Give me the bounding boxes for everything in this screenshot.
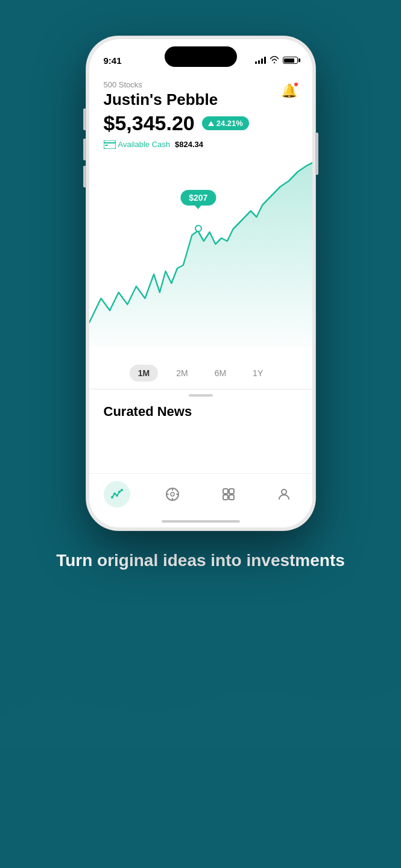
- nav-icon-dashboard: [215, 481, 242, 508]
- time-selector: 1M 2M 6M 1Y: [89, 359, 312, 389]
- portfolio-value: $5,345.20: [104, 112, 195, 135]
- cash-value: $824.34: [175, 140, 203, 149]
- battery-icon: [283, 57, 298, 64]
- grid-icon: [221, 487, 236, 502]
- signal-icon: [255, 57, 266, 64]
- svg-rect-18: [229, 495, 234, 500]
- phone-screen: 9:41: [89, 39, 312, 527]
- svg-point-4: [111, 496, 113, 498]
- bell-icon: 🔔: [281, 83, 297, 99]
- svg-rect-17: [223, 495, 228, 500]
- notification-dot: [294, 82, 298, 87]
- svg-rect-15: [223, 489, 228, 494]
- nav-icon-explore: [159, 481, 186, 508]
- time-option-1m[interactable]: 1M: [130, 365, 158, 382]
- status-icons: [255, 56, 298, 65]
- notification-button[interactable]: 🔔: [279, 80, 300, 102]
- svg-rect-16: [229, 489, 234, 494]
- nav-item-profile[interactable]: [263, 481, 305, 508]
- nav-item-explore[interactable]: [151, 481, 194, 508]
- phone-mockup: 9:41: [86, 36, 315, 530]
- svg-point-10: [171, 492, 174, 496]
- gain-badge: 24.21%: [202, 116, 249, 130]
- person-icon: [277, 487, 291, 502]
- home-indicator: [162, 520, 240, 523]
- time-option-6m[interactable]: 6M: [206, 365, 235, 382]
- news-section: Curated News: [89, 399, 312, 424]
- chart-svg: [89, 154, 312, 359]
- dynamic-island: [165, 46, 237, 67]
- cash-card-icon: Available Cash: [104, 140, 170, 149]
- cash-label: Available Cash: [118, 140, 170, 149]
- nav-icon-circle-portfolio: [104, 481, 130, 508]
- chart-container: $207: [89, 154, 312, 359]
- chart-tooltip: $207: [180, 190, 216, 206]
- svg-point-6: [116, 494, 118, 497]
- bottom-nav: [89, 473, 312, 527]
- triangle-up-icon: [208, 121, 214, 126]
- stock-count: 500 Stocks: [104, 80, 298, 89]
- svg-rect-2: [105, 145, 108, 146]
- app-content: 🔔 500 Stocks Justin's Pebble $5,345.20 2…: [89, 73, 312, 527]
- chart-dot: [195, 225, 202, 232]
- app-header: 🔔 500 Stocks Justin's Pebble $5,345.20 2…: [89, 73, 312, 154]
- time-option-1y[interactable]: 1Y: [244, 365, 271, 382]
- wifi-icon: [270, 56, 279, 65]
- news-title: Curated News: [104, 404, 192, 419]
- tagline: Turn original ideas into investments: [32, 550, 369, 571]
- chart-line-icon: [110, 488, 124, 501]
- drag-handle: [89, 389, 312, 399]
- gain-percent: 24.21%: [216, 119, 243, 128]
- bg-wave: [0, 627, 401, 747]
- phone-frame: 9:41: [86, 36, 315, 530]
- svg-point-8: [121, 489, 123, 491]
- svg-point-5: [113, 492, 116, 495]
- time-option-2m[interactable]: 2M: [168, 365, 196, 382]
- nav-item-dashboard[interactable]: [207, 481, 250, 508]
- portfolio-name: Justin's Pebble: [104, 90, 298, 109]
- compass-icon: [165, 487, 180, 502]
- drag-handle-bar: [189, 394, 213, 397]
- nav-item-portfolio[interactable]: [96, 481, 138, 508]
- chart-tooltip-value: $207: [189, 193, 207, 203]
- nav-icon-profile: [271, 481, 297, 508]
- portfolio-value-row: $5,345.20 24.21%: [104, 112, 298, 135]
- status-time: 9:41: [104, 55, 122, 66]
- svg-point-19: [282, 489, 286, 494]
- tagline-text: Turn original ideas into investments: [56, 550, 345, 571]
- cash-row: Available Cash $824.34: [104, 140, 298, 149]
- svg-point-7: [118, 491, 121, 493]
